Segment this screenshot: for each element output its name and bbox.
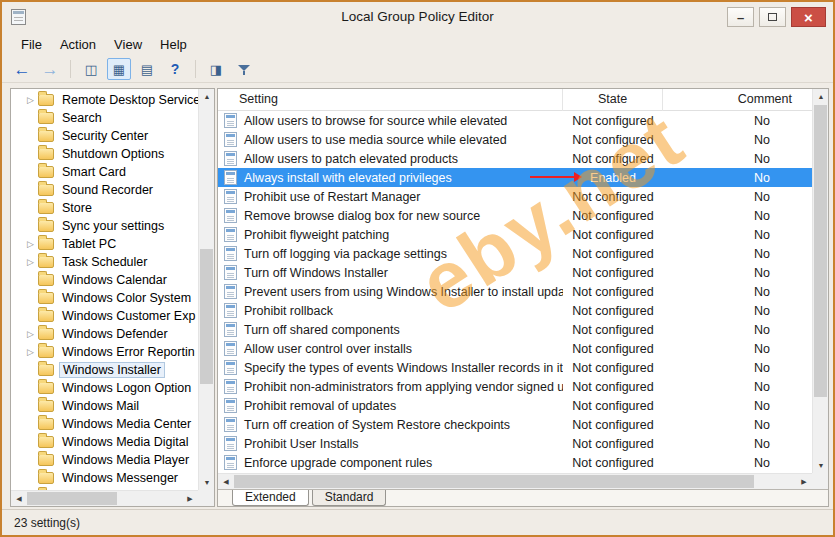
scroll-left-icon[interactable]: ◀ (11, 491, 27, 506)
policy-setting-icon (224, 360, 237, 375)
export-list-button[interactable]: ▤ (135, 58, 159, 80)
tree-item[interactable]: Security Center (11, 127, 198, 145)
tree-item[interactable]: Shutdown Options (11, 145, 198, 163)
tree-item[interactable]: Sound Recorder (11, 181, 198, 199)
setting-state: Not configured (563, 247, 663, 261)
scroll-left-icon[interactable]: ◀ (218, 474, 234, 489)
setting-row[interactable]: Prohibit non-administrators from applyin… (218, 377, 812, 396)
menu-action[interactable]: Action (51, 34, 105, 55)
setting-row[interactable]: Prohibit rollbackNot configuredNo (218, 301, 812, 320)
tree-item[interactable]: Windows Calendar (11, 271, 198, 289)
scroll-up-icon[interactable]: ▲ (199, 89, 215, 104)
setting-row[interactable]: Allow user control over installsNot conf… (218, 339, 812, 358)
tab-extended[interactable]: Extended (232, 490, 309, 506)
tree-item[interactable]: Windows Media Player (11, 451, 198, 469)
menu-help[interactable]: Help (151, 34, 196, 55)
menu-file[interactable]: File (12, 34, 51, 55)
setting-name: Allow users to browse for source while e… (244, 114, 507, 128)
tree-item[interactable]: Smart Card (11, 163, 198, 181)
tree-item[interactable]: Windows Media Digital (11, 433, 198, 451)
setting-comment: No (663, 418, 812, 432)
scroll-right-icon[interactable]: ▶ (182, 491, 198, 506)
setting-row[interactable]: Allow users to use media source while el… (218, 130, 812, 149)
column-header-comment[interactable]: Comment (663, 89, 812, 111)
tab-standard[interactable]: Standard (312, 490, 387, 506)
setting-row[interactable]: Enforce upgrade component rulesNot confi… (218, 453, 812, 472)
expand-arrow-icon[interactable]: ▷ (24, 253, 37, 271)
tree-item[interactable]: Sync your settings (11, 217, 198, 235)
setting-comment: No (663, 456, 812, 470)
tree-item[interactable]: Windows Logon Option (11, 379, 198, 397)
close-button[interactable]: × (791, 7, 826, 27)
view-menu-button[interactable]: ◨ (204, 58, 228, 80)
setting-row[interactable]: Remove browse dialog box for new sourceN… (218, 206, 812, 225)
settings-vscroll-thumb[interactable] (814, 105, 827, 397)
scroll-down-icon[interactable]: ▼ (813, 458, 829, 473)
tree-item-label: Store (59, 201, 95, 215)
tree-item[interactable]: Windows Customer Exp (11, 307, 198, 325)
setting-row[interactable]: Prohibit User InstallsNot configuredNo (218, 434, 812, 453)
tree-item[interactable]: ▷Windows Defender (11, 325, 198, 343)
show-hide-action-pane-icon: ▦ (113, 63, 125, 76)
setting-row[interactable]: Prohibit use of Restart ManagerNot confi… (218, 187, 812, 206)
setting-name: Prohibit flyweight patching (244, 228, 389, 242)
scroll-down-icon[interactable]: ▼ (199, 475, 215, 490)
tree-item[interactable]: Windows Mail (11, 397, 198, 415)
setting-row[interactable]: Specify the types of events Windows Inst… (218, 358, 812, 377)
setting-row[interactable]: Always install with elevated privilegesE… (218, 168, 812, 187)
tree-vscroll-thumb[interactable] (200, 249, 213, 384)
scroll-right-icon[interactable]: ▶ (796, 474, 812, 489)
tree-item[interactable]: Windows Installer (11, 361, 198, 379)
settings-rows: Allow users to browse for source while e… (218, 111, 812, 472)
view-menu-icon: ◨ (210, 63, 222, 76)
setting-row[interactable]: Turn off shared componentsNot configured… (218, 320, 812, 339)
expand-arrow-icon[interactable]: ▷ (24, 325, 37, 343)
setting-row[interactable]: Prohibit flyweight patchingNot configure… (218, 225, 812, 244)
setting-row[interactable]: Turn off creation of System Restore chec… (218, 415, 812, 434)
tree-horizontal-scrollbar[interactable]: ◀ ▶ (11, 490, 198, 506)
tree-item[interactable]: Windows Media Center (11, 415, 198, 433)
setting-name: Turn off creation of System Restore chec… (244, 418, 510, 432)
setting-name: Allow users to patch elevated products (244, 152, 458, 166)
back-button[interactable]: ← (10, 58, 34, 80)
tree-vertical-scrollbar[interactable]: ▲ ▼ (198, 89, 214, 490)
filter-button[interactable] (232, 58, 256, 80)
tree-item[interactable]: Search (11, 109, 198, 127)
expand-arrow-icon[interactable]: ▷ (24, 91, 37, 109)
minimize-button[interactable]: – (727, 7, 754, 27)
tree-item[interactable]: Windows Color System (11, 289, 198, 307)
tree-hscroll-thumb[interactable] (27, 492, 117, 505)
console-tree-panel: ▷Remote Desktop ServiceSearchSecurity Ce… (10, 88, 215, 507)
setting-row[interactable]: Allow users to browse for source while e… (218, 111, 812, 130)
tree-item[interactable]: ▷Remote Desktop Service (11, 91, 198, 109)
forward-button[interactable]: → (38, 58, 62, 80)
setting-row[interactable]: Turn off logging via package settingsNot… (218, 244, 812, 263)
tree-item[interactable]: Store (11, 199, 198, 217)
expand-arrow-icon[interactable]: ▷ (24, 235, 37, 253)
setting-row[interactable]: Prevent users from using Windows Install… (218, 282, 812, 301)
menu-view[interactable]: View (105, 34, 151, 55)
tree-item[interactable]: ▷Windows Error Reportin (11, 343, 198, 361)
settings-horizontal-scrollbar[interactable]: ◀ ▶ (218, 473, 812, 489)
tree-item[interactable]: ▷Task Scheduler (11, 253, 198, 271)
expand-arrow-icon[interactable]: ▷ (24, 343, 37, 361)
show-hide-console-tree-button[interactable]: ◫ (79, 58, 103, 80)
export-list-icon: ▤ (141, 63, 153, 76)
setting-name: Turn off shared components (244, 323, 400, 337)
scroll-up-icon[interactable]: ▲ (813, 89, 829, 104)
setting-row[interactable]: Prohibit removal of updatesNot configure… (218, 396, 812, 415)
setting-row[interactable]: Turn off Windows InstallerNot configured… (218, 263, 812, 282)
maximize-button[interactable] (759, 7, 786, 27)
setting-comment: No (663, 152, 812, 166)
show-hide-action-pane-button[interactable]: ▦ (107, 58, 131, 80)
column-header-state[interactable]: State (563, 89, 663, 111)
tree-item[interactable]: Windows Messenger (11, 469, 198, 487)
setting-row[interactable]: Allow users to patch elevated productsNo… (218, 149, 812, 168)
policy-setting-icon (224, 455, 237, 470)
folder-icon (38, 148, 54, 160)
help-button[interactable]: ? (163, 58, 187, 80)
settings-hscroll-thumb[interactable] (234, 475, 754, 488)
column-header-setting[interactable]: Setting (218, 89, 563, 111)
settings-vertical-scrollbar[interactable]: ▲ ▼ (812, 89, 828, 473)
tree-item[interactable]: ▷Tablet PC (11, 235, 198, 253)
